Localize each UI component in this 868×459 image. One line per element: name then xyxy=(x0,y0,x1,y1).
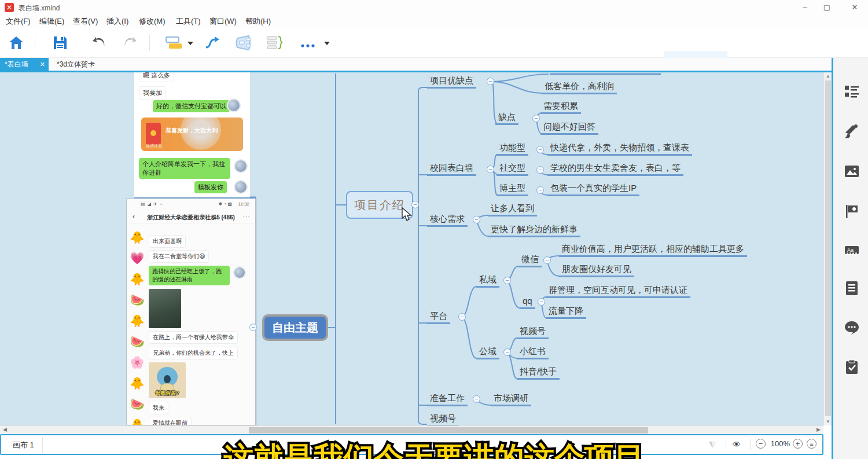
wechat-screenshot[interactable]: 嗯 这么多 我要加 好的，微信支付宝都可以 恭喜发财，大吉大利 微信红包 个人介… xyxy=(134,72,250,197)
collapse-icon[interactable] xyxy=(487,166,494,173)
topic-functional-detail[interactable]: 快递代拿，外卖，失物招领，查课表 xyxy=(547,142,692,156)
scrollbar-thumb[interactable] xyxy=(825,80,831,416)
boundary-button[interactable] xyxy=(234,35,253,53)
comment-panel-icon[interactable] xyxy=(844,320,860,336)
fit-map-icon[interactable] xyxy=(807,439,816,449)
topic-campus-wall[interactable]: 校园表白墙 xyxy=(427,163,476,176)
scrollbar-thumb[interactable] xyxy=(249,427,648,434)
collapse-icon[interactable] xyxy=(532,115,540,122)
topic-private-domain[interactable]: 私域 xyxy=(476,274,499,288)
topic-xiaohongshu[interactable]: 小红书 xyxy=(517,346,549,359)
topic-cons[interactable]: 缺点 xyxy=(495,112,518,125)
image-panel-icon[interactable] xyxy=(844,163,860,179)
topic-social[interactable]: 社交型 xyxy=(496,163,528,176)
topic-public-domain[interactable]: 公域 xyxy=(476,346,499,359)
text-style-icon[interactable]: Aa xyxy=(844,242,860,258)
topic-qq[interactable]: qq xyxy=(520,296,535,309)
collapse-icon[interactable] xyxy=(458,313,466,321)
topic-cons-1[interactable]: 需要积累 xyxy=(540,101,581,114)
topic-wechat-2[interactable]: 朋友圈仅好友可见 xyxy=(559,264,634,277)
scroll-up-icon[interactable]: ▲ xyxy=(824,74,832,79)
format-brush-icon[interactable] xyxy=(844,123,860,139)
show-hide-icon[interactable] xyxy=(731,439,742,450)
horizontal-scrollbar[interactable]: ◀ ▶ xyxy=(0,425,823,434)
topic-need-2[interactable]: 更快了解身边的新鲜事 xyxy=(488,224,580,237)
collapse-icon[interactable] xyxy=(487,78,494,85)
collapse-icon[interactable] xyxy=(473,395,480,403)
vertical-scrollbar[interactable]: ▲ ▼ xyxy=(823,72,832,425)
status-controls: 100% xyxy=(701,438,816,453)
topic-social-detail[interactable]: 学校的男生女生卖舍友，表白，等 xyxy=(547,163,683,176)
collapse-icon[interactable] xyxy=(503,348,511,356)
topic-wechat-1[interactable]: 商业价值高，用户更活跃，相应的辅助工具更多 xyxy=(559,244,747,257)
sheet-tab-canvas1[interactable]: 画布 1 xyxy=(5,437,43,453)
topic-preparation[interactable]: 准备工作 xyxy=(427,393,468,406)
menu-bar: 文件(F) 编辑(E) 查看(V) 插入(I) 修改(M) 工具(T) 窗口(W… xyxy=(0,15,868,28)
menu-file[interactable]: 文件(F) xyxy=(6,16,31,27)
relationship-button[interactable] xyxy=(204,35,221,53)
collapse-icon[interactable] xyxy=(538,298,545,306)
task-panel-icon[interactable] xyxy=(844,359,860,375)
topic-free-root[interactable]: 自由主题 xyxy=(262,314,328,341)
scroll-down-icon[interactable]: ▼ xyxy=(824,419,832,424)
topic-blogger[interactable]: 博主型 xyxy=(496,183,528,196)
minimize-button[interactable] xyxy=(795,0,815,15)
topic-pros-cons[interactable]: 项目优缺点 xyxy=(427,75,476,89)
more-icon[interactable]: ··· xyxy=(242,212,251,219)
close-button[interactable] xyxy=(845,0,865,15)
topic-video-account-2[interactable]: 视频号 xyxy=(427,413,459,425)
tab-3d-card[interactable]: *3d立体贺卡 xyxy=(51,58,101,71)
avatar xyxy=(234,180,248,194)
topic-video-account[interactable]: 视频号 xyxy=(517,326,549,339)
topic-market-research[interactable]: 市场调研 xyxy=(491,393,531,406)
topic-blogger-detail[interactable]: 包装一个真实的学生IP xyxy=(547,183,639,196)
topic-qq-1[interactable]: 群管理，空间互动可见，可申请认证 xyxy=(546,285,690,298)
topic-need-1[interactable]: 让多人看到 xyxy=(488,203,537,216)
phone-status-bar: 11:32 xyxy=(127,201,255,208)
zoom-in-icon[interactable] xyxy=(793,439,803,449)
topic-douyin-kuaishou[interactable]: 抖音/快手 xyxy=(517,366,560,380)
collapse-icon[interactable] xyxy=(536,186,544,194)
redo-button[interactable] xyxy=(122,35,139,53)
undo-button[interactable] xyxy=(90,35,108,53)
collapse-icon[interactable] xyxy=(503,277,511,284)
phone-screenshot[interactable]: 11:32 ‹ 浙江财经大学恋爱相亲社群5 (486) ··· 🐥 💗 🐥 🍉 … xyxy=(126,199,256,425)
menu-edit[interactable]: 编辑(E) xyxy=(39,16,64,27)
topic-qq-2[interactable]: 流量下降 xyxy=(546,306,586,319)
home-button[interactable] xyxy=(8,35,24,53)
collapse-icon[interactable] xyxy=(249,324,257,331)
topic-core-need[interactable]: 核心需求 xyxy=(427,214,468,227)
scroll-right-icon[interactable]: ▶ xyxy=(816,427,821,432)
collapse-icon[interactable] xyxy=(536,146,544,153)
menu-insert[interactable]: 插入(I) xyxy=(106,16,128,27)
menu-window[interactable]: 窗口(W) xyxy=(209,16,237,27)
collapse-icon[interactable] xyxy=(543,256,551,264)
topic-low-price[interactable]: 低客单价，高利润 xyxy=(542,81,617,94)
topic-wechat[interactable]: 微信 xyxy=(518,254,542,267)
save-button[interactable] xyxy=(52,35,68,53)
more-tools-button[interactable] xyxy=(300,41,317,51)
summary-button[interactable] xyxy=(265,35,285,53)
marker-flag-icon[interactable] xyxy=(844,203,860,219)
topic-functional[interactable]: 功能型 xyxy=(496,142,528,156)
zoom-out-icon[interactable] xyxy=(756,439,766,449)
topic-style-dropdown-icon[interactable] xyxy=(187,42,193,45)
outline-panel-icon[interactable] xyxy=(844,83,860,100)
collapse-icon[interactable] xyxy=(473,216,480,223)
menu-help[interactable]: 帮助(H) xyxy=(245,16,271,27)
tab-close-icon[interactable]: ✕ xyxy=(40,58,45,71)
more-tools-dropdown-icon[interactable] xyxy=(324,42,330,45)
mindmap-canvas[interactable]: 嗯 这么多 我要加 好的，微信支付宝都可以 恭喜发财，大吉大利 微信红包 个人介… xyxy=(0,72,823,425)
notes-panel-icon[interactable] xyxy=(844,280,860,296)
menu-modify[interactable]: 修改(M) xyxy=(139,16,165,27)
topic-cons-2[interactable]: 问题不好回答 xyxy=(540,122,598,135)
filter-icon[interactable] xyxy=(707,439,718,450)
collapse-icon[interactable] xyxy=(536,166,544,174)
menu-view[interactable]: 查看(V) xyxy=(73,16,98,27)
scroll-left-icon[interactable]: ◀ xyxy=(3,427,7,432)
menu-tools[interactable]: 工具(T) xyxy=(176,16,201,27)
tab-biaobaiqiang[interactable]: *表白墙 ✕ xyxy=(0,58,49,71)
maximize-button[interactable] xyxy=(817,0,837,15)
topic-style-button[interactable] xyxy=(164,35,182,53)
topic-platform[interactable]: 平台 xyxy=(427,311,450,324)
